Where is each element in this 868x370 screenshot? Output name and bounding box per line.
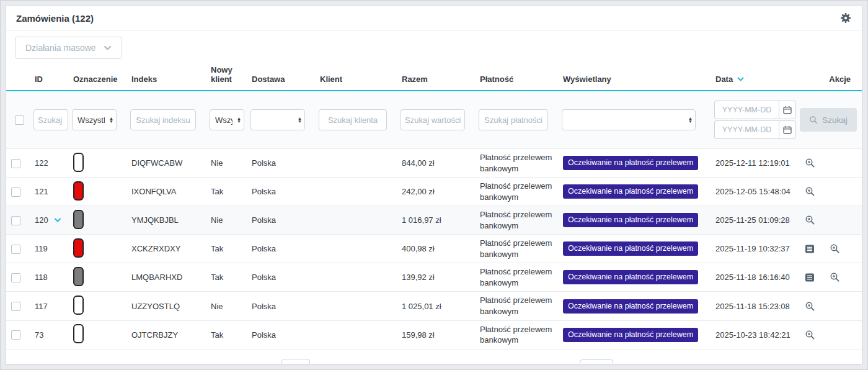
color-mark (73, 324, 84, 343)
row-checkbox[interactable] (11, 302, 20, 311)
panel-header: Zamówienia (122) (6, 6, 862, 30)
oznaczenie-filter-select[interactable]: Wszystko (72, 109, 117, 130)
zoom-in-icon[interactable] (805, 330, 815, 340)
order-date: 2025-11-19 10:32:37 (711, 235, 796, 263)
zoom-in-icon[interactable] (805, 158, 815, 168)
bulk-actions-button[interactable]: Działania masowe (15, 37, 122, 59)
column-header-akcje: Akcje (796, 61, 862, 91)
row-actions (801, 186, 857, 197)
date-to-input[interactable] (714, 120, 779, 139)
order-id: 117 (35, 302, 48, 311)
zoom-in-icon[interactable] (830, 272, 840, 282)
color-mark (73, 210, 84, 229)
row-checkbox[interactable] (11, 330, 20, 340)
color-mark (73, 238, 84, 258)
row-actions (801, 272, 857, 282)
delivery: Polska (247, 292, 315, 320)
total: 844,00 zł (397, 149, 475, 178)
razem-filter-input[interactable] (401, 109, 465, 130)
page-background: Zamówienia (122) Działania masowe (0, 0, 868, 370)
column-header-oznaczenie[interactable]: Oznaczenie (68, 61, 126, 91)
gear-icon[interactable] (839, 12, 852, 24)
search-icon (809, 115, 818, 124)
color-mark (73, 267, 84, 286)
status-badge: Oczekiwanie na płatność przelewem (563, 328, 698, 342)
indeks-filter-input[interactable] (130, 109, 196, 130)
column-header-dostawa[interactable]: Dostawa (247, 61, 315, 91)
details-icon[interactable] (805, 273, 815, 282)
order-id: 121 (35, 187, 48, 196)
order-date: 2025-11-18 15:23:08 (711, 292, 796, 320)
wyswietlany-filter-select[interactable] (562, 109, 696, 130)
chevron-down-icon (104, 45, 112, 51)
page-title: Zamówienia (122) (16, 13, 94, 24)
total: 400,98 zł (397, 235, 475, 263)
new-customer: Tak (206, 178, 247, 206)
chevron-down-icon[interactable] (54, 218, 61, 223)
row-checkbox[interactable] (11, 273, 20, 282)
zoom-in-icon[interactable] (830, 243, 840, 254)
table-row: 118LMQBARHXDTakPolska139,92 złPłatność p… (6, 263, 862, 292)
zoom-in-icon[interactable] (805, 215, 815, 225)
details-icon[interactable] (805, 244, 815, 254)
delivery: Polska (247, 263, 315, 292)
table-header-row: ID Oznaczenie Indeks Nowy klient Dostawa… (6, 61, 862, 91)
column-header-indeks[interactable]: Indeks (126, 61, 206, 91)
row-checkbox[interactable] (11, 187, 20, 197)
customer (315, 149, 397, 178)
order-date: 2025-11-18 16:16:40 (711, 263, 796, 292)
klient-filter-input[interactable] (319, 109, 387, 130)
column-header-klient[interactable]: Klient (315, 61, 397, 91)
order-index: IXONFQLVA (126, 178, 206, 206)
page-number-input[interactable] (281, 359, 310, 364)
new-customer: Nie (206, 149, 247, 178)
zoom-in-icon[interactable] (805, 186, 815, 197)
select-all-checkbox[interactable] (15, 115, 24, 125)
calendar-icon[interactable] (779, 101, 796, 119)
column-header-platnosc[interactable]: Płatność (475, 61, 558, 91)
status-badge: Oczekiwanie na płatność przelewem (563, 241, 698, 256)
order-index: LMQBARHXD (126, 263, 206, 292)
search-button[interactable]: Szukaj (800, 108, 857, 132)
order-date: 2025-12-05 15:48:04 (711, 178, 796, 206)
row-checkbox[interactable] (11, 245, 20, 254)
per-page-select[interactable]: 50 (580, 359, 613, 364)
row-checkbox[interactable] (11, 216, 20, 225)
status-badge: Oczekiwanie na płatność przelewem (563, 213, 698, 227)
customer (315, 178, 397, 206)
orders-table: ID Oznaczenie Indeks Nowy klient Dostawa… (6, 61, 862, 350)
color-mark (73, 296, 84, 315)
platnosc-filter-input[interactable] (479, 109, 548, 130)
table-row: 122DIQFWCABWNiePolska844,00 złPłatność p… (6, 149, 862, 178)
delivery: Polska (247, 320, 315, 349)
payment-method: Płatność przelewem bankowym (475, 263, 558, 292)
column-header-id[interactable]: ID (30, 61, 68, 91)
date-from-input[interactable] (714, 101, 779, 119)
column-header-razem[interactable]: Razem (397, 61, 475, 91)
payment-method: Płatność przelewem bankowym (475, 235, 558, 263)
table-row: 120YMJQKBJBLNiePolska1 016,97 złPłatność… (6, 206, 862, 235)
payment-method: Płatność przelewem bankowym (475, 292, 558, 320)
order-index: DIQFWCABW (126, 149, 206, 178)
total: 139,92 zł (397, 263, 475, 292)
column-header-nowy-klient[interactable]: Nowy klient (206, 61, 247, 91)
payment-method: Płatność przelewem bankowym (475, 149, 558, 178)
payment-method: Płatność przelewem bankowym (475, 206, 558, 235)
column-header-wyswietlany[interactable]: Wyświetlany (558, 61, 711, 91)
order-index: XCKZRXDXY (126, 235, 206, 263)
sort-desc-icon[interactable] (737, 77, 744, 82)
nowy-klient-filter-select[interactable]: Wszystko (210, 109, 244, 130)
color-mark (73, 181, 84, 201)
id-filter-input[interactable] (33, 109, 68, 130)
calendar-icon[interactable] (779, 120, 796, 139)
column-header-data-label: Data (715, 74, 733, 84)
zoom-in-icon[interactable] (805, 301, 815, 312)
delivery: Polska (247, 178, 315, 206)
row-checkbox[interactable] (11, 159, 20, 168)
bulk-actions-label: Działania masowe (25, 43, 96, 53)
dostawa-filter-select[interactable] (250, 109, 305, 130)
order-id: 73 (35, 330, 43, 340)
customer (315, 206, 397, 235)
status-badge: Oczekiwanie na płatność przelewem (563, 270, 698, 284)
column-header-data[interactable]: Data (711, 61, 796, 91)
